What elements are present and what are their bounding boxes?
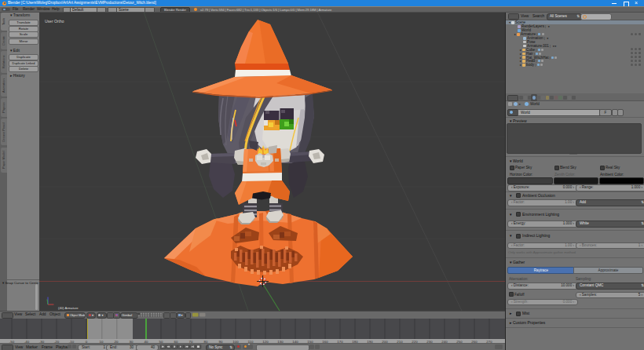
svg-text:130: 130 xyxy=(277,340,284,344)
svg-text:-40: -40 xyxy=(24,340,30,344)
svg-text:80: 80 xyxy=(204,340,208,344)
svg-text:30: 30 xyxy=(130,340,134,344)
svg-text:240: 240 xyxy=(441,340,448,344)
svg-text:-20: -20 xyxy=(54,340,60,344)
svg-text:270: 270 xyxy=(486,340,492,344)
svg-text:260: 260 xyxy=(471,340,478,344)
svg-text:-50: -50 xyxy=(9,340,15,344)
svg-text:150: 150 xyxy=(307,340,313,344)
svg-text:230: 230 xyxy=(426,340,433,344)
svg-text:90: 90 xyxy=(219,340,223,344)
svg-text:160: 160 xyxy=(322,340,328,344)
svg-text:60: 60 xyxy=(174,340,178,344)
svg-text:180: 180 xyxy=(352,340,358,344)
svg-text:70: 70 xyxy=(189,340,193,344)
svg-text:200: 200 xyxy=(382,340,388,344)
svg-text:10: 10 xyxy=(100,340,104,344)
svg-text:190: 190 xyxy=(367,340,373,344)
svg-text:220: 220 xyxy=(412,340,418,344)
svg-text:250: 250 xyxy=(456,340,463,344)
svg-text:-30: -30 xyxy=(39,340,45,344)
svg-text:50: 50 xyxy=(159,340,163,344)
svg-text:210: 210 xyxy=(397,340,403,344)
svg-text:100: 100 xyxy=(232,340,239,344)
svg-text:20: 20 xyxy=(115,340,119,344)
svg-text:120: 120 xyxy=(262,340,269,344)
svg-text:140: 140 xyxy=(292,340,298,344)
svg-text:-10: -10 xyxy=(69,340,75,344)
svg-text:170: 170 xyxy=(337,340,343,344)
svg-text:40: 40 xyxy=(145,340,148,344)
